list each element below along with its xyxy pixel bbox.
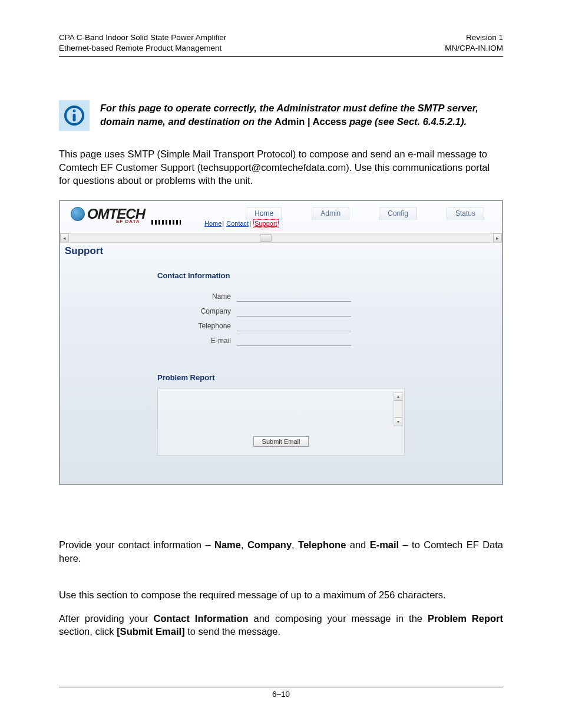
paragraph-submit-instruction: After providing your Contact Information…	[59, 612, 503, 638]
scroll-track[interactable]	[69, 233, 493, 242]
footer-rule	[59, 687, 503, 687]
admonition-callout: For this page to operate correctly, the …	[59, 100, 503, 131]
label-telephone: Telephone	[157, 322, 237, 330]
scroll-up-button[interactable]: ▴	[394, 393, 402, 401]
field-row-company: Company	[157, 305, 405, 317]
scroll-left-button[interactable]: ◂	[60, 233, 69, 242]
field-row-name: Name	[157, 291, 405, 302]
label-email: E-mail	[157, 337, 237, 345]
admonition-seg2: Admin | Access	[275, 116, 346, 127]
intro-paragraph: This page uses SMTP (Simple Mail Transpo…	[59, 147, 503, 187]
txt: ,	[292, 539, 298, 550]
label-name: Name	[157, 292, 237, 301]
header-right-line2: MN/CPA-IN.IOM	[445, 43, 503, 54]
txt: Provide your contact information –	[59, 539, 214, 550]
svg-point-1	[73, 110, 76, 113]
tab-config[interactable]: Config	[379, 207, 417, 220]
txt: After providing your	[59, 613, 154, 624]
running-header: CPA C-Band Indoor Solid State Power Ampl…	[59, 32, 503, 54]
subtab-support[interactable]: Support	[253, 219, 279, 228]
page-footer: 6–10	[59, 687, 503, 699]
header-right: Revision 1 MN/CPA-IN.IOM	[445, 32, 503, 54]
label-company: Company	[157, 307, 237, 315]
info-icon	[59, 100, 90, 131]
subtab-sep: |	[222, 220, 224, 227]
submit-email-button[interactable]: Submit Email	[253, 436, 309, 447]
scroll-down-button[interactable]: ▾	[394, 417, 402, 426]
bold-submit-email: [Submit Email]	[117, 626, 185, 637]
contact-info-heading: Contact Information	[157, 271, 405, 280]
problem-report-textarea[interactable]	[164, 394, 398, 427]
header-left-line2: Ethernet-based Remote Product Management	[59, 43, 226, 54]
field-row-telephone: Telephone	[157, 320, 405, 331]
tab-home[interactable]: Home	[246, 207, 282, 220]
sub-tab-bar: Home| Contact| Support	[204, 220, 279, 227]
field-row-email: E-mail	[157, 335, 405, 346]
main-tab-bar: Home Admin Config Status	[246, 207, 484, 220]
page-title: Support	[60, 243, 502, 257]
admonition-seg3: page (see Sect. 6.4.5.2.1).	[346, 116, 467, 127]
logo-subtext: EF DATA	[116, 219, 140, 224]
subtab-contact[interactable]: Contact	[226, 220, 249, 227]
paragraph-contact-instruction: Provide your contact information – Name,…	[59, 538, 503, 565]
problem-report-box: ▴ ▾ Submit Email	[157, 388, 405, 456]
admonition-text: For this page to operate correctly, the …	[100, 100, 503, 128]
svg-rect-2	[73, 114, 76, 121]
txt: section, click	[59, 626, 117, 637]
textarea-scrollbar[interactable]: ▴ ▾	[394, 392, 403, 426]
scroll-right-button[interactable]: ▸	[493, 233, 502, 242]
header-right-line1: Revision 1	[445, 32, 503, 43]
header-left: CPA C-Band Indoor Solid State Power Ampl…	[59, 32, 226, 54]
txt: ,	[241, 539, 247, 550]
subtab-home[interactable]: Home	[204, 220, 222, 227]
paragraph-compose-instruction: Use this section to compose the required…	[59, 588, 503, 601]
tab-admin[interactable]: Admin	[312, 207, 349, 220]
horizontal-scrollbar[interactable]: ◂ ▸	[60, 233, 502, 243]
input-name[interactable]	[237, 291, 351, 302]
bold-company: Company	[247, 539, 292, 550]
input-email[interactable]	[237, 335, 351, 346]
page-number: 6–10	[59, 690, 503, 699]
txt: and	[346, 539, 369, 550]
bold-telephone: Telephone	[298, 539, 346, 550]
bold-email: E-mail	[370, 539, 399, 550]
header-rule	[59, 56, 503, 57]
logo-globe-icon	[71, 207, 85, 221]
input-telephone[interactable]	[237, 320, 351, 331]
scroll-thumb[interactable]	[260, 234, 272, 242]
problem-report-heading: Problem Report	[157, 373, 405, 382]
logo-stripes-icon	[151, 220, 181, 225]
bold-problem-report: Problem Report	[428, 613, 503, 624]
txt: to send the message.	[185, 626, 280, 637]
webui-screenshot: OMTECH EF DATA Home Admin Config Status …	[59, 200, 503, 485]
bold-name: Name	[214, 539, 241, 550]
txt: and composing your message in the	[249, 613, 428, 624]
subtab-sep: |	[249, 220, 252, 227]
tab-status[interactable]: Status	[447, 207, 484, 220]
header-left-line1: CPA C-Band Indoor Solid State Power Ampl…	[59, 32, 226, 43]
input-company[interactable]	[237, 305, 351, 317]
bold-contact-info: Contact Information	[154, 613, 249, 624]
